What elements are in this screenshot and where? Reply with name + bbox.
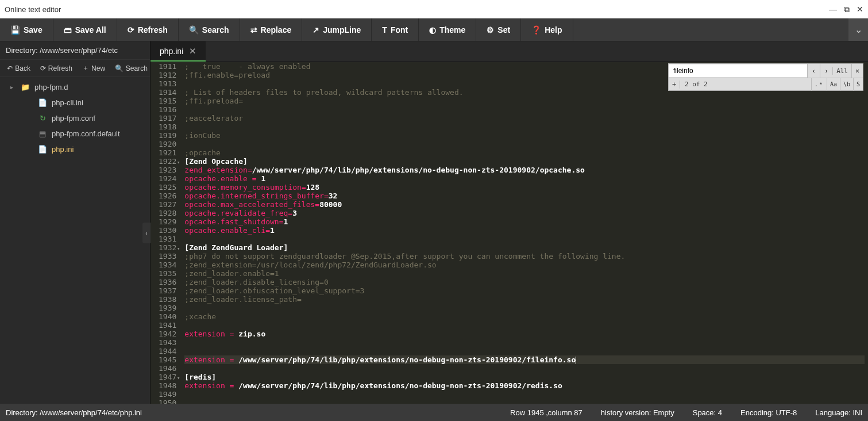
find-next-button[interactable]: › xyxy=(820,64,832,78)
sidebar: Directory: /www/server/php/74/etc ↶Back … xyxy=(0,41,151,404)
tree-item-php-fpm.d[interactable]: ▸📁php-fpm.d xyxy=(0,79,150,95)
status-path: Directory: /www/server/php/74/etc/php.in… xyxy=(6,408,510,417)
window-title: Online text editor xyxy=(5,5,61,14)
close-icon[interactable]: ✕ xyxy=(857,5,863,14)
find-option[interactable]: .＊ xyxy=(811,78,827,91)
tree-item-label: php-fpm.conf.default xyxy=(52,129,120,138)
find-prev-button[interactable]: ‹ xyxy=(807,64,820,78)
file-icon: ▤ xyxy=(38,129,47,138)
tab-php-ini[interactable]: php.ini ✕ xyxy=(151,41,206,62)
window-titlebar: Online text editor — ⧉ ✕ xyxy=(0,0,868,18)
saveall-icon: 🗃 xyxy=(64,25,72,35)
statusbar: Directory: /www/server/php/74/etc/php.in… xyxy=(0,404,868,421)
font-icon: T xyxy=(382,25,387,35)
theme-icon: ◐ xyxy=(429,25,436,35)
back-button[interactable]: ↶Back xyxy=(0,60,37,76)
replace-icon: ⇄ xyxy=(250,25,257,35)
tree-item-label: php-fpm.d xyxy=(34,83,68,91)
search-icon: 🔍 xyxy=(115,64,124,72)
code-content[interactable]: ; true - always enabled;ffi.enable=prelo… xyxy=(181,62,868,404)
sidebar-search-button[interactable]: 🔍Search xyxy=(113,60,150,76)
editor-pane: ‹ php.ini ✕ 1911191219131914191519161917… xyxy=(151,41,868,404)
code-editor[interactable]: 1911191219131914191519161917191819191920… xyxy=(151,62,868,404)
tree-item-label: php-cli.ini xyxy=(52,98,83,107)
refresh-button[interactable]: ⟳Refresh xyxy=(117,18,179,41)
directory-path: Directory: /www/server/php/74/etc xyxy=(0,41,150,60)
find-option[interactable]: \b xyxy=(840,78,853,91)
tree-item-php-cli.ini[interactable]: 📄php-cli.ini xyxy=(0,95,150,110)
status-rowcol: Row 1945 ,column 87 xyxy=(510,408,582,417)
find-option[interactable]: S xyxy=(853,78,863,91)
tree-item-php-fpm.conf.default[interactable]: ▤php-fpm.conf.default xyxy=(0,126,150,141)
file-icon: 📁 xyxy=(21,83,30,91)
refresh-icon: ⟳ xyxy=(40,64,46,72)
sidebar-collapse-handle[interactable]: ‹ xyxy=(142,223,151,243)
find-all-button[interactable]: All xyxy=(832,67,851,75)
new-button[interactable]: ＋New xyxy=(75,60,113,76)
find-option[interactable]: Aa xyxy=(827,78,840,91)
set-button[interactable]: ⚙Set xyxy=(476,18,521,41)
file-tree: ▸📁php-fpm.d📄php-cli.ini↻php-fpm.conf▤php… xyxy=(0,77,150,404)
find-count: 2 of 2 xyxy=(680,81,811,88)
search-button[interactable]: 🔍Search xyxy=(179,18,240,41)
status-history[interactable]: history version: Empty xyxy=(601,408,674,417)
save-button[interactable]: 💾Save xyxy=(0,18,53,41)
back-icon: ↶ xyxy=(7,64,13,72)
minimize-icon[interactable]: — xyxy=(829,5,837,14)
line-gutter: 1911191219131914191519161917191819191920… xyxy=(151,62,181,404)
jumpline-button[interactable]: ↗JumpLine xyxy=(302,18,372,41)
help-icon: ❓ xyxy=(531,25,541,35)
search-icon: 🔍 xyxy=(189,25,199,35)
main-toolbar: 💾Save 🗃Save All ⟳Refresh 🔍Search ⇄Replac… xyxy=(0,18,868,41)
editor-tabs: php.ini ✕ xyxy=(151,41,868,62)
theme-button[interactable]: ◐Theme xyxy=(419,18,476,41)
maximize-icon[interactable]: ⧉ xyxy=(844,5,850,14)
status-language[interactable]: Language: INI xyxy=(815,408,862,417)
chevron-down-icon: ⌄ xyxy=(855,24,862,35)
sidebar-refresh-button[interactable]: ⟳Refresh xyxy=(37,60,75,76)
file-icon: ↻ xyxy=(38,114,47,123)
tab-label: php.ini xyxy=(160,47,183,56)
status-encoding[interactable]: Encoding: UTF-8 xyxy=(740,408,797,417)
replace-button[interactable]: ⇄Replace xyxy=(240,18,303,41)
find-close-icon[interactable]: ✕ xyxy=(851,64,863,78)
find-expand-button[interactable]: + xyxy=(669,81,680,89)
help-button[interactable]: ❓Help xyxy=(521,18,573,41)
find-input[interactable] xyxy=(669,64,807,77)
status-space[interactable]: Space: 4 xyxy=(693,408,722,417)
saveall-button[interactable]: 🗃Save All xyxy=(53,18,117,41)
font-button[interactable]: TFont xyxy=(372,18,419,41)
file-icon: 📄 xyxy=(38,98,47,107)
plus-icon: ＋ xyxy=(82,63,89,73)
save-icon: 💾 xyxy=(10,25,20,35)
toolbar-dropdown[interactable]: ⌄ xyxy=(848,18,868,41)
tree-item-php.ini[interactable]: 📄php.ini xyxy=(0,141,150,157)
find-panel: ‹ › All ✕ + 2 of 2 .＊Aa\bS xyxy=(668,63,863,91)
tab-close-icon[interactable]: ✕ xyxy=(189,46,196,56)
jump-icon: ↗ xyxy=(313,25,319,35)
tree-item-label: php-fpm.conf xyxy=(52,114,95,123)
gear-icon: ⚙ xyxy=(487,25,494,35)
tree-item-label: php.ini xyxy=(52,145,74,154)
file-icon: 📄 xyxy=(38,145,47,154)
refresh-icon: ⟳ xyxy=(128,25,134,35)
tree-item-php-fpm.conf[interactable]: ↻php-fpm.conf xyxy=(0,110,150,126)
